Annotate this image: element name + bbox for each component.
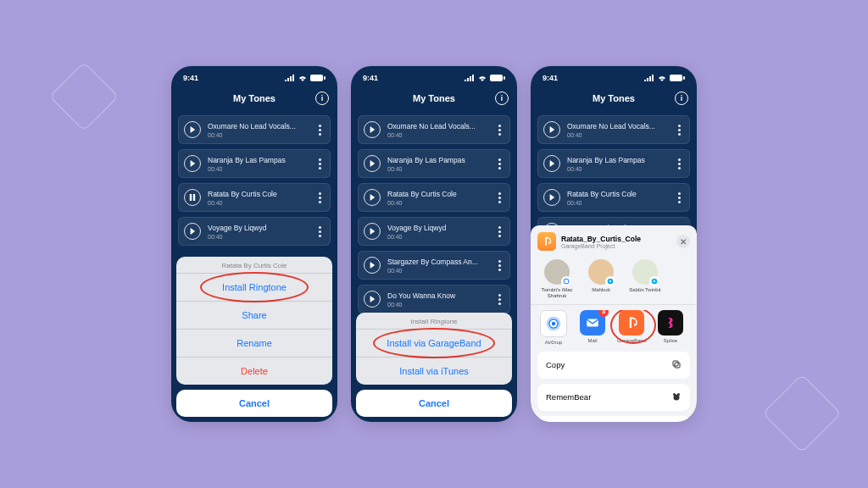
tone-item[interactable]: Ratata By Curtis Cole00:40 (178, 183, 331, 212)
svg-rect-15 (675, 363, 680, 368)
cancel-button[interactable]: Cancel (176, 390, 332, 417)
tone-item[interactable]: Stargazer By Compass An...00:40 (358, 251, 510, 280)
tone-duration: 00:40 (387, 200, 487, 206)
tone-item[interactable]: Naranja By Las Pampas00:40 (358, 149, 510, 178)
svg-rect-0 (310, 75, 323, 81)
sheet-action-delete[interactable]: Delete (176, 357, 332, 385)
share-app-splice[interactable]: Splice (654, 310, 687, 343)
tone-item[interactable]: Voyage By Liqwyd00:40 (358, 217, 510, 246)
battery-icon (490, 75, 505, 81)
airdrop-contact[interactable]: Mahbub (583, 259, 619, 299)
status-bar: 9:41 (531, 66, 697, 86)
more-icon[interactable] (314, 226, 325, 237)
garageband-file-icon (537, 232, 556, 251)
tone-item[interactable]: Oxumare No Lead Vocals...00:40 (358, 115, 510, 144)
play-icon[interactable] (543, 189, 560, 206)
play-icon[interactable] (364, 223, 381, 240)
tone-title: Stargazer By Compass An... (387, 258, 487, 266)
tone-item[interactable]: Oxumare No Lead Vocals...00:40 (537, 115, 690, 144)
tone-duration: 00:40 (387, 302, 487, 308)
sheet-action-install-via-itunes[interactable]: Install via iTunes (356, 357, 512, 385)
tone-item[interactable]: Naranja By Las Pampas00:40 (537, 149, 690, 178)
share-action-save-to-files[interactable]: Save to Files (537, 416, 690, 422)
status-indicators (644, 75, 685, 81)
tone-title: Oxumare No Lead Vocals... (387, 122, 487, 130)
more-icon[interactable] (494, 158, 504, 169)
info-icon[interactable]: i (315, 92, 329, 105)
more-icon[interactable] (494, 192, 504, 203)
airdrop-contact[interactable]: Sabbir.Twinbit (627, 259, 663, 299)
play-icon[interactable] (543, 121, 560, 138)
more-icon[interactable] (674, 158, 684, 169)
more-icon[interactable] (314, 192, 325, 203)
info-icon[interactable]: i (495, 92, 509, 105)
tone-item[interactable]: Oxumare No Lead Vocals...00:40 (178, 115, 331, 144)
share-action-remembear[interactable]: RememBear (537, 384, 690, 411)
close-icon[interactable]: ✕ (676, 235, 690, 248)
tone-title: Do You Wanna Know (387, 291, 487, 300)
info-icon[interactable]: i (675, 92, 688, 105)
sheet-title: Ratata By Curtis Cole (176, 257, 332, 273)
play-icon[interactable] (184, 155, 201, 172)
avatar (588, 259, 614, 285)
page-title: My Tones (413, 93, 455, 103)
page-title: My Tones (233, 93, 275, 103)
cellular-icon (644, 75, 654, 81)
notification-badge: 3 (598, 310, 609, 317)
more-icon[interactable] (494, 260, 504, 271)
sheet-title: Install Ringtone (356, 313, 512, 329)
play-icon[interactable] (184, 121, 201, 138)
play-icon[interactable] (364, 121, 381, 138)
more-icon[interactable] (674, 125, 684, 136)
airdrop-contact[interactable]: Twinbit's iMac Shahruk (539, 259, 575, 299)
share-apps-row: AirDrop3MailGarageBandSplice (537, 310, 690, 345)
share-app-airdrop[interactable]: AirDrop (537, 310, 570, 345)
play-icon[interactable] (364, 291, 381, 308)
more-icon[interactable] (494, 125, 504, 136)
svg-rect-16 (673, 361, 678, 366)
tone-item[interactable]: Ratata By Curtis Cole00:40 (358, 183, 510, 212)
share-action-copy[interactable]: Copy (537, 352, 690, 379)
splice-icon (658, 310, 683, 336)
more-icon[interactable] (494, 294, 504, 305)
play-icon[interactable] (364, 189, 381, 206)
svg-rect-2 (190, 194, 192, 201)
contact-name: Sabbir.Twinbit (629, 287, 660, 293)
avatar (544, 259, 570, 285)
more-icon[interactable] (314, 158, 325, 169)
share-app-label: Splice (664, 338, 677, 343)
pause-icon[interactable] (184, 189, 201, 206)
tone-item[interactable]: Naranja By Las Pampas00:40 (178, 149, 331, 178)
share-action-label: RememBear (546, 392, 591, 402)
tone-duration: 00:40 (208, 234, 308, 240)
play-icon[interactable] (364, 155, 381, 172)
play-icon[interactable] (543, 155, 560, 172)
svg-rect-7 (683, 76, 685, 80)
play-icon[interactable] (364, 257, 381, 274)
sheet-action-rename[interactable]: Rename (176, 329, 332, 357)
tone-item[interactable]: Voyage By Liqwyd00:40 (178, 217, 331, 246)
tone-item[interactable]: Ratata By Curtis Cole00:40 (537, 183, 690, 212)
share-app-mail[interactable]: 3Mail (576, 310, 609, 343)
sheet-action-share[interactable]: Share (176, 301, 332, 329)
play-icon[interactable] (184, 223, 201, 240)
more-icon[interactable] (314, 125, 325, 136)
tone-title: Ratata By Curtis Cole (567, 190, 667, 198)
tone-duration: 00:40 (387, 234, 487, 240)
sheet-action-install-ringtone[interactable]: Install Ringtone (176, 273, 332, 301)
battery-icon (310, 75, 326, 81)
more-icon[interactable] (494, 226, 504, 237)
decorative-shape (49, 62, 119, 131)
sheet-action-install-via-garageband[interactable]: Install via GarageBand (356, 329, 512, 357)
cancel-button[interactable]: Cancel (356, 390, 512, 417)
share-file-title: Ratata_By_Curtis_Cole (561, 235, 671, 243)
status-time: 9:41 (363, 74, 378, 82)
share-app-garageband[interactable]: GarageBand (615, 310, 648, 343)
tones-list: Oxumare No Lead Vocals...00:40Naranja By… (351, 115, 517, 313)
tone-title: Voyage By Liqwyd (387, 224, 487, 232)
tone-item[interactable]: Do You Wanna Know00:40 (358, 285, 510, 313)
more-icon[interactable] (674, 192, 684, 203)
screen-header: My Tones i (531, 86, 697, 110)
contact-name: Twinbit's iMac Shahruk (539, 287, 575, 299)
tone-duration: 00:40 (567, 200, 667, 206)
